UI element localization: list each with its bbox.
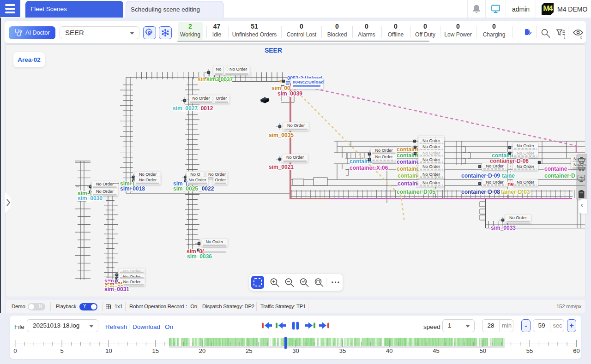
svg-text:60: 60 xyxy=(573,347,579,354)
svg-text:35: 35 xyxy=(339,347,346,354)
svg-text:0: 0 xyxy=(13,347,17,354)
svg-text:10: 10 xyxy=(105,347,112,354)
svg-text:50: 50 xyxy=(480,347,486,354)
svg-text:45: 45 xyxy=(433,347,439,354)
svg-text:40: 40 xyxy=(386,347,392,354)
svg-text:20: 20 xyxy=(199,347,205,354)
svg-text:15: 15 xyxy=(152,347,158,354)
svg-text:55: 55 xyxy=(526,347,533,354)
svg-text:30: 30 xyxy=(292,347,299,354)
svg-text:25: 25 xyxy=(246,347,252,354)
svg-text:5: 5 xyxy=(60,347,63,354)
